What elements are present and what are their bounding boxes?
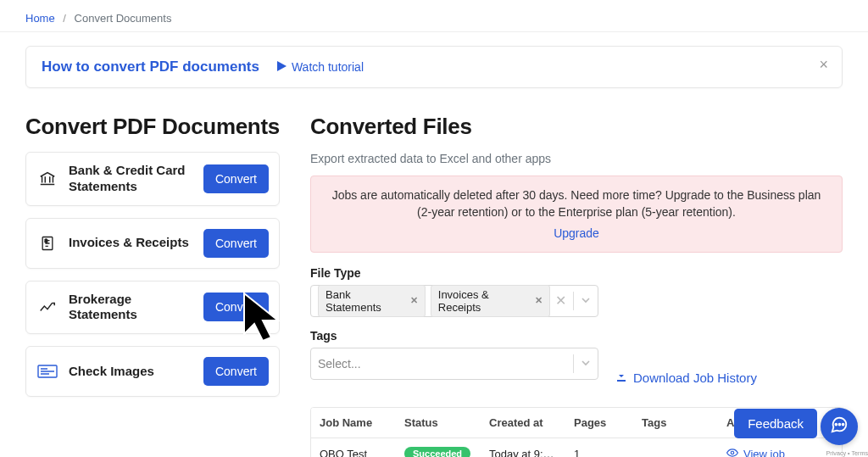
convert-heading: Convert PDF Documents [25,114,280,140]
breadcrumb-home[interactable]: Home [25,12,55,25]
tags-label: Tags [310,329,598,343]
watch-tutorial-label: Watch tutorial [292,60,364,74]
clear-all-icon[interactable]: ✕ [555,293,566,309]
converted-subtitle: Export extracted data to Excel and other… [310,152,843,165]
breadcrumb: Home / Convert Documents [0,0,868,32]
doc-card-label: Bank & Credit Card Statements [69,163,193,195]
breadcrumb-sep: / [63,12,66,25]
td-pages: 1 [565,439,633,457]
doc-card-check: Check Images Convert [25,346,280,397]
chip-label: Bank Statements [326,288,405,314]
doc-card-brokerage: Brokerage Statements Convert [25,281,280,335]
doc-card-bank: Bank & Credit Card Statements Convert [25,152,280,206]
table-row: QBO Test Succeeded Today at 9:26 … 1 Vie… [311,438,842,457]
svg-point-4 [731,451,734,454]
th-created: Created at [481,408,565,437]
filetype-chip: Bank Statements ✕ [318,285,426,317]
td-jobname: QBO Test [311,439,396,457]
th-pages: Pages [565,408,633,437]
doc-card-label: Invoices & Receipts [69,235,193,251]
chip-remove-icon[interactable]: ✕ [410,295,418,306]
td-actions: View job [718,438,820,457]
invoice-icon: $ [36,234,58,253]
watch-tutorial-link[interactable]: Watch tutorial [276,60,364,74]
view-job-label: View job [743,448,785,457]
chip-label: Invoices & Receipts [438,288,530,314]
td-tags [633,445,718,457]
td-created: Today at 9:26 … [481,439,565,457]
download-history-link[interactable]: Download Job History [615,371,757,385]
chat-icon [830,415,849,437]
filetype-select[interactable]: Bank Statements ✕ Invoices & Receipts ✕ … [310,285,598,317]
doc-card-invoices: $ Invoices & Receipts Convert [25,218,280,269]
chip-remove-icon[interactable]: ✕ [535,295,542,306]
doc-card-label: Brokerage Statements [69,292,193,324]
converted-files-panel: Converted Files Export extracted data to… [310,114,843,457]
th-tags: Tags [633,408,718,437]
svg-point-7 [843,424,844,426]
retention-alert: Jobs are automatically deleted after 30 … [310,176,843,253]
convert-button[interactable]: Convert [203,357,269,386]
divider [573,292,574,310]
tutorial-banner: How to convert PDF documents Watch tutor… [25,46,843,88]
chevron-down-icon[interactable] [581,357,591,371]
td-status: Succeeded [396,438,481,457]
filetype-chip: Invoices & Receipts ✕ [431,285,550,317]
svg-point-6 [839,424,841,426]
convert-panel: Convert PDF Documents Bank & Credit Card… [25,114,280,409]
feedback-button[interactable]: Feedback [734,409,817,438]
upgrade-link[interactable]: Upgrade [554,225,599,242]
check-image-icon [36,365,58,378]
close-icon[interactable]: × [819,57,828,72]
filetype-label: File Type [310,266,843,280]
tutorial-title: How to convert PDF documents [42,59,259,75]
eye-icon [726,447,738,457]
divider [573,354,574,373]
alert-text: Jobs are automatically deleted after 30 … [332,188,821,219]
chat-bubble-button[interactable] [821,408,858,445]
th-jobname: Job Name [311,408,396,437]
tags-placeholder: Select... [318,357,361,371]
breadcrumb-current: Convert Documents [75,12,172,25]
download-icon [615,371,627,385]
th-status: Status [396,408,481,437]
recaptcha-badge: Privacy • Terms [826,450,868,457]
chevron-down-icon[interactable] [581,293,591,309]
view-job-link[interactable]: View job [726,447,785,457]
convert-button[interactable]: Convert [203,164,269,193]
tags-select[interactable]: Select... [310,348,598,380]
download-history-label: Download Job History [633,371,757,385]
brokerage-icon [36,298,58,316]
bank-icon [36,170,58,188]
svg-marker-0 [277,61,287,71]
status-badge: Succeeded [404,447,470,457]
convert-button[interactable]: Convert [203,293,269,321]
doc-card-label: Check Images [69,364,193,380]
play-icon [276,60,287,74]
convert-button[interactable]: Convert [203,229,269,258]
converted-heading: Converted Files [310,114,843,140]
svg-point-5 [835,424,837,426]
